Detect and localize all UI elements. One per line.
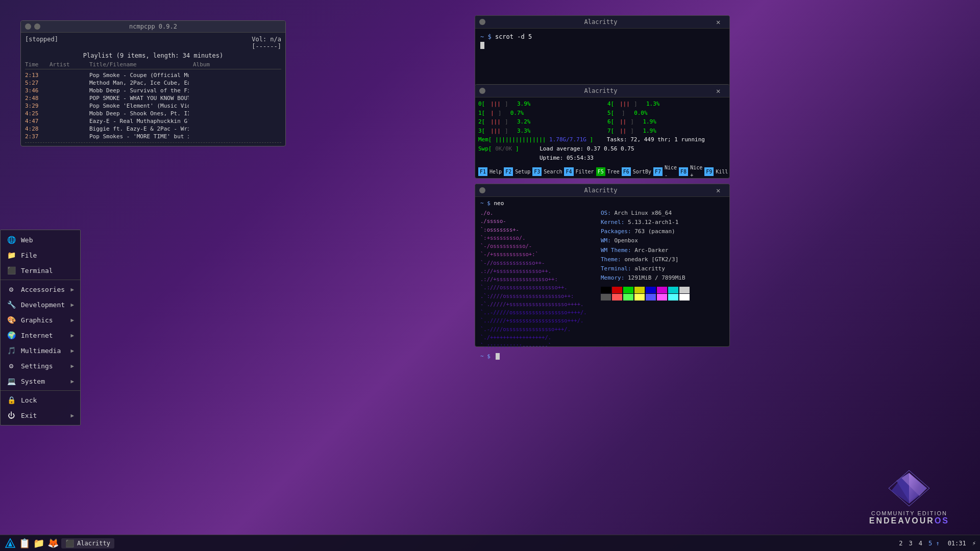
- min-btn[interactable]: [34, 23, 40, 30]
- menu-item-accessories[interactable]: ⚙ Accessories ▶: [1, 282, 80, 297]
- menu-item-system[interactable]: 💻 System ▶: [1, 373, 80, 389]
- cpu-1: 1[ | ] 0.7%: [478, 109, 597, 118]
- exit-icon: ⏻: [7, 411, 16, 420]
- accessories-arrow: ▶: [70, 286, 74, 293]
- menu-item-web[interactable]: 🌐 Web: [1, 232, 80, 247]
- internet-arrow: ▶: [70, 332, 74, 339]
- ncmpcpp-status: [stopped]: [25, 36, 58, 50]
- track-row: 3:46 Mobb Deep - Survival of the Fittest…: [25, 87, 281, 94]
- track-row: 4:28 Biggie ft. Eazy-E & 2Pac - Write Th…: [25, 125, 281, 133]
- menu-lock-label: Lock: [21, 396, 74, 404]
- neofetch-logo: ./o. ./sssso- `:osssssss+- `:+sssssssso/…: [480, 209, 593, 350]
- settings-arrow: ▶: [70, 363, 74, 369]
- alacritty-2-titlebar: Alacritty ✕: [475, 85, 729, 97]
- settings-icon: ⚙: [7, 361, 16, 370]
- menu-item-graphics[interactable]: 🎨 Graphics ▶: [1, 312, 80, 328]
- file-icon: 📁: [7, 251, 16, 260]
- taskbar-app-label: Alacritty: [77, 540, 110, 547]
- neofetch-color-blocks-2: [601, 294, 690, 300]
- menu-item-exit[interactable]: ⏻ Exit ▶: [1, 408, 80, 423]
- endeavour-diamond-svg: [886, 468, 932, 509]
- track-row: 4:47 Eazy-E - Real Muthaphuckkin G's (Mu…: [25, 117, 281, 125]
- taskbar-files-icon[interactable]: 📋: [18, 537, 31, 549]
- graphics-icon: 🎨: [7, 315, 16, 324]
- systray-numbers-4: 5 ↑: [928, 540, 940, 547]
- htop-f1[interactable]: F1Help: [478, 163, 504, 180]
- titlebar-buttons-1[interactable]: [479, 19, 485, 25]
- track-list: 2:13 Pop Smoke - Coupe (Official Music V…: [25, 71, 281, 140]
- col-artist: Artist: [50, 61, 85, 68]
- menu-multimedia-label: Multimedia: [21, 347, 65, 355]
- menu-item-settings[interactable]: ⚙ Settings ▶: [1, 358, 80, 373]
- systray: 2 3 4 5 ↑ 01:31 ⚡: [899, 540, 976, 547]
- alacritty-3-titlebar: Alacritty ✕: [475, 184, 729, 197]
- alacritty-3-content: ~ $ neo ./o. ./sssso- `:osssssss+- `:+ss…: [475, 197, 729, 363]
- ncmpcpp-progress: [------]: [252, 43, 281, 50]
- endeavour-logo: COMMUNITY EDITION ENDEAVOUROS: [869, 468, 949, 525]
- win3-close-x[interactable]: ✕: [716, 186, 725, 194]
- taskbar-alacritty-app[interactable]: ⬛ Alacritty: [61, 538, 114, 548]
- win1-close-x[interactable]: ✕: [716, 18, 725, 26]
- taskbar-arch-icon[interactable]: [4, 537, 16, 549]
- cpu-grid: 0[ ||| ] 3.9% 4[ ||| ] 1.3% 1[ | ]: [478, 99, 726, 135]
- htop-f6[interactable]: F6SortBy: [622, 163, 653, 180]
- cpu-4: 4[ ||| ] 1.3%: [607, 99, 726, 109]
- cpu-2: 2[ ||| ] 3.2%: [478, 117, 597, 127]
- alacritty-3-title: Alacritty: [485, 187, 716, 194]
- col-title: Title/Filename: [89, 61, 189, 68]
- multimedia-arrow: ▶: [70, 347, 74, 354]
- neo-prompt-after: ~ $: [480, 353, 724, 360]
- taskbar: 📋 📁 🦊 ⬛ Alacritty 2 3 4 5 ↑ 01:31 ⚡: [0, 535, 980, 551]
- menu-accessories-label: Accessories: [21, 286, 65, 293]
- win2-close[interactable]: [479, 88, 485, 94]
- titlebar-buttons[interactable]: [25, 23, 40, 30]
- win3-close[interactable]: [479, 187, 485, 193]
- close-btn[interactable]: [25, 23, 31, 30]
- graphics-arrow: ▶: [70, 317, 74, 323]
- menu-terminal-label: Terminal: [21, 267, 74, 274]
- htop-f2[interactable]: F2Setup: [504, 163, 532, 180]
- neo-prompt: ~ $ neo: [480, 200, 724, 207]
- htop-f9[interactable]: F9Kill: [704, 163, 730, 180]
- menu-item-lock[interactable]: 🔒 Lock: [1, 392, 80, 408]
- ncmpcpp-window: ncmpcpp 0.9.2 [stopped] Vol: n/a [------…: [20, 20, 286, 146]
- htop-f8[interactable]: F8Nice +: [679, 163, 704, 180]
- menu-item-internet[interactable]: 🌍 Internet ▶: [1, 328, 80, 343]
- menu-item-file[interactable]: 📁 File: [1, 247, 80, 263]
- track-row: 5:27 Method Man, 2Pac, Ice Cube, Eazy E …: [25, 79, 281, 87]
- separator: [25, 142, 281, 143]
- htop-f4[interactable]: F4Filter: [564, 163, 596, 180]
- lock-icon: 🔒: [7, 395, 16, 405]
- titlebar-buttons-3[interactable]: [479, 187, 485, 193]
- cpu-0: 0[ ||| ] 3.9%: [478, 99, 597, 109]
- win1-close[interactable]: [479, 19, 485, 25]
- taskbar-firefox-icon[interactable]: 🦊: [47, 537, 59, 549]
- taskbar-folder-icon[interactable]: 📁: [33, 537, 45, 549]
- alacritty-1-titlebar: Alacritty ✕: [475, 16, 729, 29]
- track-row: 4:25 Mobb Deep - Shook Ones, Pt. II (Off…: [25, 110, 281, 117]
- col-album: Album: [193, 61, 224, 68]
- web-icon: 🌐: [7, 235, 16, 244]
- menu-sep-2: [1, 390, 80, 391]
- menu-item-terminal[interactable]: ⬛ Terminal: [1, 263, 80, 278]
- alacritty-2-title: Alacritty: [485, 87, 716, 94]
- titlebar-buttons-2[interactable]: [479, 88, 485, 94]
- alacritty-window-3: Alacritty ✕ ~ $ neo ./o. ./sssso- `:osss…: [475, 184, 730, 347]
- menu-settings-label: Settings: [21, 362, 65, 370]
- ncmpcpp-vol: Vol: n/a: [252, 36, 281, 43]
- menu-internet-label: Internet: [21, 332, 65, 339]
- development-icon: 🔧: [7, 300, 16, 309]
- htop-f7[interactable]: F7Nice -: [653, 163, 679, 180]
- alacritty-1-title: Alacritty: [485, 18, 716, 26]
- menu-item-development[interactable]: 🔧 Development ▶: [1, 297, 80, 312]
- menu-web-label: Web: [21, 236, 74, 244]
- column-headers: Time Artist Title/Filename Album: [25, 61, 281, 69]
- htop-f3[interactable]: F3Search: [532, 163, 564, 180]
- htop-footer: F1Help F2Setup F3Search F4Filter F5Tree …: [478, 163, 726, 180]
- menu-item-multimedia[interactable]: 🎵 Multimedia ▶: [1, 343, 80, 358]
- neofetch-layout: ./o. ./sssso- `:osssssss+- `:+sssssssso/…: [480, 209, 724, 350]
- development-arrow: ▶: [70, 302, 74, 308]
- htop-f5[interactable]: F5Tree: [596, 163, 622, 180]
- system-arrow: ▶: [70, 378, 74, 385]
- win2-close-x[interactable]: ✕: [716, 87, 725, 95]
